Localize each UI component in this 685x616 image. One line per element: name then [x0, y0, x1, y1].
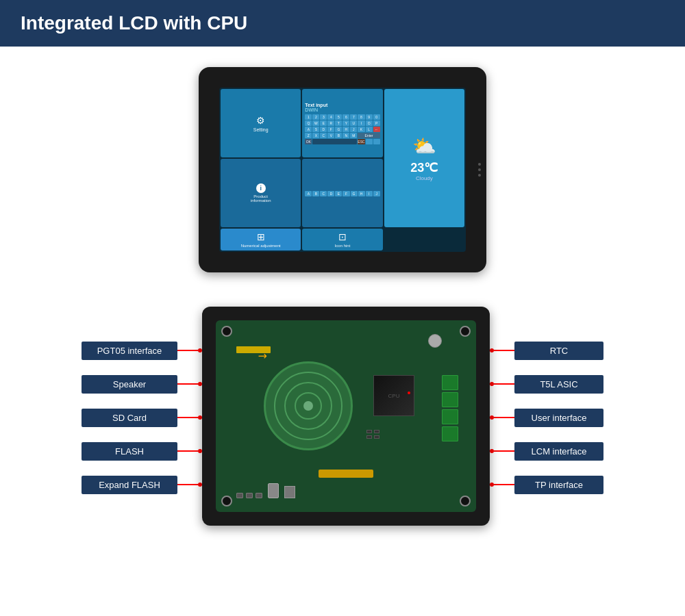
tile-numerical-label: Numerical adjustment [241, 244, 281, 248]
label-pgt05: PGT05 interface [82, 342, 177, 360]
smd-4 [374, 435, 379, 439]
label-speaker: Speaker [82, 375, 177, 394]
cooling-fan [264, 361, 353, 450]
label-row-t5l: T5L ASIC [490, 375, 603, 394]
tile-weather: ⛅ 23℃ Cloudy [384, 89, 464, 227]
label-rtc: RTC [514, 342, 603, 360]
green-strip-1 [442, 375, 458, 390]
smd-3 [366, 435, 372, 439]
smd-1 [366, 430, 372, 433]
green-strip-4 [442, 426, 458, 441]
line-tp [494, 484, 514, 485]
smd-cluster [366, 430, 379, 439]
smd-comp-2 [246, 493, 253, 498]
tile-text-input: Text input DWIN 1234567890 QWERTYUIOP AS… [302, 89, 382, 157]
tile-icon-hint: ⊡ Icon hint [302, 229, 382, 251]
lcd-dot-3 [478, 174, 481, 177]
label-row-rtc: RTC [490, 342, 603, 360]
line-rtc [494, 350, 514, 351]
smd-comp-1 [236, 493, 243, 498]
info-icon: i [256, 183, 266, 193]
line-flash [177, 450, 198, 452]
smd-2 [374, 430, 379, 433]
icon-hint-icon: ⊡ [338, 231, 347, 242]
page-title: Integrated LCD with CPU [21, 12, 247, 34]
label-lcm: LCM interface [514, 442, 603, 461]
gear-icon: ⚙ [256, 115, 265, 126]
green-connector-strips [442, 375, 458, 441]
label-row-speaker: Speaker [82, 375, 202, 394]
tile-numerical: ⊞ Numerical adjustment [221, 229, 301, 251]
tile-product: i Productinformation [221, 159, 301, 227]
numerical-icon: ⊞ [257, 231, 265, 242]
label-user-if: User interface [514, 409, 603, 427]
pcb-container: CPU [202, 307, 490, 526]
sun-cloud-icon: ⛅ [412, 135, 436, 157]
pcb-board: CPU [216, 320, 476, 512]
lcd-front-view: ⚙ Setting Text input DWIN 1234567890 QWE… [199, 67, 486, 272]
label-row-pgt05: PGT05 interface [82, 342, 202, 360]
green-strip-2 [442, 392, 458, 407]
bottom-connectors [236, 483, 295, 498]
label-t5l: T5L ASIC [514, 375, 603, 394]
tile-product-label: Productinformation [251, 194, 271, 203]
lcd-indicator-dots [478, 163, 481, 177]
mount-hole-tr [460, 326, 471, 337]
label-expand-flash: Expand FLASH [82, 476, 177, 494]
fan-ring-2 [284, 382, 332, 430]
fpc-connector [319, 470, 373, 478]
line-pgt05 [177, 350, 198, 351]
fan-ring-3 [295, 392, 322, 420]
label-row-user-if: User interface [490, 409, 603, 427]
pcb-section: PGT05 interface Speaker SD Card FLASH [27, 307, 658, 526]
fan-center [303, 401, 313, 411]
line-user-if [494, 417, 514, 418]
line-t5l [494, 383, 514, 385]
usb-port [268, 483, 279, 498]
line-lcm [494, 450, 514, 452]
main-content: ⚙ Setting Text input DWIN 1234567890 QWE… [0, 47, 685, 546]
weather-condition: Cloudy [416, 175, 433, 181]
keyboard-grid2: ABCDEFGHIJ [305, 191, 379, 196]
right-labels: RTC T5L ASIC User interface LCM interfac… [490, 335, 603, 498]
label-flash: FLASH [82, 442, 177, 461]
mount-hole-tl [221, 326, 232, 337]
lcd-dot-2 [478, 168, 481, 171]
cpu-chip: CPU [373, 375, 414, 416]
label-sd: SD Card [82, 409, 177, 427]
tile-keyboard2: ABCDEFGHIJ [302, 159, 382, 227]
coin-cell-battery [428, 334, 442, 348]
smd-comp-3 [256, 493, 262, 498]
keyboard-grid: 1234567890 QWERTYUIOP ASDFGHJKL← ZXCVBNM… [305, 114, 379, 144]
tile-setting: ⚙ Setting [221, 89, 301, 157]
lcd-dot-1 [478, 163, 481, 166]
label-row-tp: TP interface [490, 476, 603, 494]
line-sd [177, 417, 198, 418]
sd-card-slot [284, 486, 295, 498]
weather-display: ⛅ 23℃ Cloudy [387, 92, 462, 224]
line-speaker [177, 383, 198, 385]
page-header: Integrated LCD with CPU [0, 0, 685, 47]
tile-setting-label: Setting [253, 127, 269, 132]
tile-icon-hint-label: Icon hint [335, 244, 351, 248]
label-row-flash: FLASH [82, 442, 202, 461]
lcd-screen: ⚙ Setting Text input DWIN 1234567890 QWE… [219, 88, 466, 252]
led-indicator [408, 392, 410, 394]
fan-ring-1 [274, 372, 342, 440]
label-row-lcm: LCM interface [490, 442, 603, 461]
label-row-sd: SD Card [82, 409, 202, 427]
mount-hole-br [460, 496, 471, 506]
green-strip-3 [442, 409, 458, 424]
temperature: 23℃ [410, 160, 438, 175]
label-tp: TP interface [514, 476, 603, 494]
line-expand-flash [177, 484, 198, 485]
mount-hole-bl [221, 496, 232, 506]
label-row-expand-flash: Expand FLASH [82, 476, 202, 494]
left-labels: PGT05 interface Speaker SD Card FLASH [82, 335, 202, 498]
